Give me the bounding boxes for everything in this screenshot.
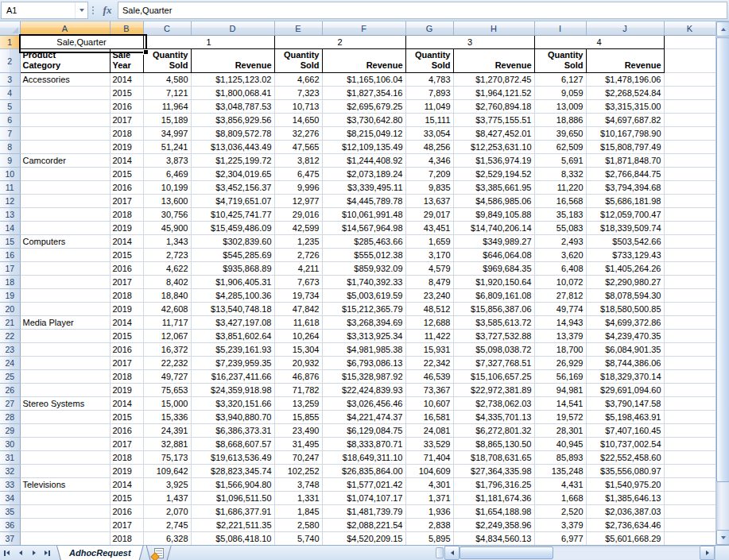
cell-C33[interactable]: 3,925 [143, 478, 191, 492]
cell-H23[interactable]: $5,098,038.72 [453, 343, 534, 357]
cell-I1[interactable]: 4 [534, 36, 664, 49]
cell-F31[interactable]: $18,649,311.10 [322, 451, 405, 465]
cell-C29[interactable]: 24,391 [143, 424, 191, 438]
cell-A11[interactable] [20, 181, 110, 195]
row-header-23[interactable]: 23 [0, 343, 20, 357]
cell-A9[interactable]: Camcorder [20, 154, 110, 168]
cell-K18[interactable] [664, 276, 715, 289]
cell-C4[interactable]: 7,121 [143, 87, 191, 100]
cell-B10[interactable]: 2015 [110, 168, 143, 181]
scroll-up-button[interactable] [716, 21, 729, 37]
vertical-scroll-track[interactable] [716, 483, 729, 530]
cell-B25[interactable]: 2018 [110, 370, 143, 384]
cell-I34[interactable]: 1,668 [534, 492, 586, 505]
column-header-H[interactable]: H [453, 21, 534, 36]
cell-E36[interactable]: 2,580 [274, 519, 322, 532]
row-header-2[interactable]: 2 [0, 49, 20, 73]
cell-G25[interactable]: 46,539 [405, 370, 453, 384]
cell-K21[interactable] [664, 316, 715, 330]
cell-H21[interactable]: $3,585,613.72 [453, 316, 534, 330]
row-header-35[interactable]: 35 [0, 505, 20, 519]
cell-C12[interactable]: 13,600 [143, 195, 191, 208]
column-header-I[interactable]: I [534, 21, 586, 36]
cell-J23[interactable]: $6,084,901.35 [586, 343, 664, 357]
cell-G9[interactable]: 4,346 [405, 154, 453, 168]
cell-D10[interactable]: $2,304,019.65 [191, 168, 274, 181]
cell-J5[interactable]: $3,315,315.00 [586, 100, 664, 114]
cell-G2[interactable]: Quantity Sold [405, 49, 453, 73]
cell-K32[interactable] [664, 465, 715, 478]
row-header-26[interactable]: 26 [0, 384, 20, 397]
cell-I15[interactable]: 2,493 [534, 235, 586, 249]
cell-B11[interactable]: 2016 [110, 181, 143, 195]
cell-K20[interactable] [664, 303, 715, 316]
cell-C30[interactable]: 32,881 [143, 438, 191, 451]
cell-K6[interactable] [664, 114, 715, 127]
cell-I27[interactable]: 14,541 [534, 397, 586, 411]
cell-B15[interactable]: 2014 [110, 235, 143, 249]
cell-A12[interactable] [20, 195, 110, 208]
cell-J18[interactable]: $2,290,980.27 [586, 276, 664, 289]
cell-H19[interactable]: $6,809,161.08 [453, 289, 534, 303]
cell-A19[interactable] [20, 289, 110, 303]
cell-G20[interactable]: 48,512 [405, 303, 453, 316]
cell-J4[interactable]: $2,268,524.84 [586, 87, 664, 100]
cell-C6[interactable]: 15,189 [143, 114, 191, 127]
cell-H24[interactable]: $7,327,768.51 [453, 357, 534, 370]
cell-G8[interactable]: 48,256 [405, 141, 453, 154]
cell-F37[interactable]: $4,520,209.15 [322, 532, 405, 546]
cell-C28[interactable]: 15,336 [143, 411, 191, 424]
cell-G3[interactable]: 4,783 [405, 73, 453, 87]
cell-J22[interactable]: $4,239,470.35 [586, 330, 664, 343]
cell-B16[interactable]: 2015 [110, 249, 143, 262]
cell-E15[interactable]: 1,235 [274, 235, 322, 249]
row-header-16[interactable]: 16 [0, 249, 20, 262]
cell-D9[interactable]: $1,225,199.72 [191, 154, 274, 168]
cell-I9[interactable]: 5,691 [534, 154, 586, 168]
cell-C3[interactable]: 4,580 [143, 73, 191, 87]
cell-A23[interactable] [20, 343, 110, 357]
cell-A28[interactable] [20, 411, 110, 424]
cell-E34[interactable]: 1,331 [274, 492, 322, 505]
cell-J25[interactable]: $18,329,370.14 [586, 370, 664, 384]
cell-J19[interactable]: $8,078,594.30 [586, 289, 664, 303]
cell-K1[interactable] [664, 36, 715, 49]
cell-I20[interactable]: 49,774 [534, 303, 586, 316]
cell-I35[interactable]: 2,520 [534, 505, 586, 519]
cell-A36[interactable] [20, 519, 110, 532]
chevron-down-icon[interactable] [75, 2, 87, 18]
cell-E6[interactable]: 14,650 [274, 114, 322, 127]
cell-E16[interactable]: 2,726 [274, 249, 322, 262]
cell-I31[interactable]: 85,893 [534, 451, 586, 465]
cell-I3[interactable]: 6,127 [534, 73, 586, 87]
cell-I22[interactable]: 13,379 [534, 330, 586, 343]
cell-B36[interactable]: 2017 [110, 519, 143, 532]
cell-E18[interactable]: 7,673 [274, 276, 322, 289]
cell-J9[interactable]: $1,871,848.70 [586, 154, 664, 168]
cell-K4[interactable] [664, 87, 715, 100]
row-header-19[interactable]: 19 [0, 289, 20, 303]
cell-G5[interactable]: 11,049 [405, 100, 453, 114]
cell-G1[interactable]: 3 [405, 36, 534, 49]
row-header-13[interactable]: 13 [0, 208, 20, 222]
cell-F23[interactable]: $4,981,985.38 [322, 343, 405, 357]
cell-A4[interactable] [20, 87, 110, 100]
column-header-E[interactable]: E [274, 21, 322, 36]
cell-J34[interactable]: $1,385,646.13 [586, 492, 664, 505]
insert-worksheet-button[interactable] [146, 546, 172, 560]
cell-F14[interactable]: $14,567,964.98 [322, 222, 405, 235]
cell-A15[interactable]: Computers [20, 235, 110, 249]
cell-I18[interactable]: 10,072 [534, 276, 586, 289]
cell-I21[interactable]: 14,943 [534, 316, 586, 330]
cell-F30[interactable]: $8,333,870.71 [322, 438, 405, 451]
cell-A8[interactable] [20, 141, 110, 154]
cell-K7[interactable] [664, 127, 715, 141]
cell-A14[interactable] [20, 222, 110, 235]
cell-K29[interactable] [664, 424, 715, 438]
cell-H7[interactable]: $8,427,452.01 [453, 127, 534, 141]
cell-G36[interactable]: 2,838 [405, 519, 453, 532]
cell-F28[interactable]: $4,221,474.37 [322, 411, 405, 424]
cell-F6[interactable]: $3,730,642.80 [322, 114, 405, 127]
cell-I19[interactable]: 27,812 [534, 289, 586, 303]
cell-D34[interactable]: $1,096,511.50 [191, 492, 274, 505]
